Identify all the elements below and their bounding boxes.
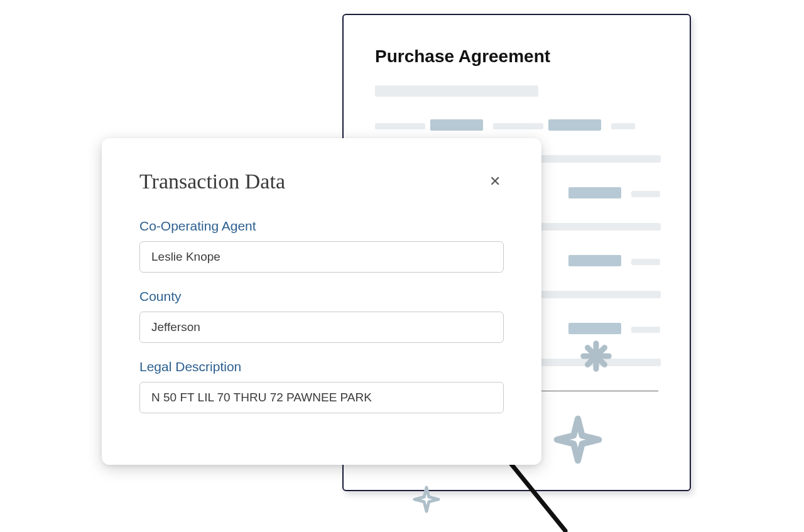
county-input[interactable] [139, 312, 504, 343]
legal-description-label: Legal Description [139, 359, 504, 374]
legal-description-input[interactable] [139, 382, 504, 413]
doc-placeholder-row [375, 85, 658, 97]
sparkle-icon [412, 485, 441, 514]
modal-title: Transaction Data [139, 170, 285, 193]
sparkle-icon [579, 339, 613, 373]
close-button[interactable]: ✕ [486, 173, 504, 190]
agent-label: Co-Operating Agent [139, 219, 504, 234]
close-icon: ✕ [489, 175, 501, 188]
doc-placeholder-row [375, 119, 658, 131]
transaction-data-modal: Transaction Data ✕ Co-Operating Agent Co… [102, 138, 541, 465]
document-title: Purchase Agreement [375, 46, 658, 67]
agent-input[interactable] [139, 241, 504, 273]
sparkle-icon [553, 415, 603, 465]
county-label: County [139, 289, 504, 304]
